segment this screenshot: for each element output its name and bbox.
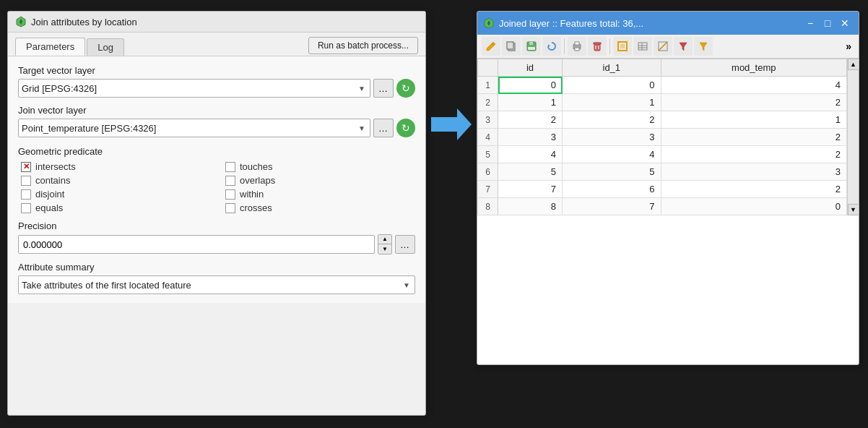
disjoint-checkbox[interactable]: [21, 189, 31, 200]
maximize-button[interactable]: □: [820, 15, 836, 31]
cell-id[interactable]: 5: [498, 163, 563, 181]
right-titlebar: Joined layer :: Features total: 36,... −…: [477, 12, 859, 35]
print-button[interactable]: [568, 37, 586, 56]
svg-rect-6: [529, 42, 533, 45]
delete-button[interactable]: [588, 37, 607, 56]
select-all-button[interactable]: [613, 37, 632, 56]
close-button[interactable]: ✕: [837, 15, 853, 31]
minimize-button[interactable]: −: [802, 15, 818, 31]
joined-layer-dialog: Joined layer :: Features total: 36,... −…: [477, 11, 859, 365]
cell-mod-temp[interactable]: 2: [661, 94, 846, 111]
cell-id[interactable]: 1: [498, 94, 563, 111]
cell-id1[interactable]: 4: [563, 146, 661, 163]
row-number-cell: 8: [478, 198, 498, 215]
table-row: 3221: [478, 111, 847, 129]
cell-mod-temp[interactable]: 4: [661, 77, 846, 94]
predicate-contains[interactable]: contains: [21, 175, 211, 186]
cell-mod-temp[interactable]: 2: [661, 146, 846, 163]
right-dialog-title: Joined layer :: Features total: 36,...: [499, 18, 643, 29]
tab-log[interactable]: Log: [87, 38, 124, 56]
cell-mod-temp[interactable]: 1: [661, 111, 846, 129]
predicate-equals[interactable]: equals: [21, 202, 211, 213]
filter-button[interactable]: [694, 37, 713, 56]
overlaps-checkbox[interactable]: [225, 176, 235, 186]
cell-mod-temp[interactable]: 0: [661, 198, 846, 215]
contains-checkbox[interactable]: [21, 176, 31, 186]
predicate-disjoint[interactable]: disjoint: [21, 189, 211, 200]
zoom-button[interactable]: [654, 37, 672, 56]
predicate-within[interactable]: within: [225, 189, 415, 200]
attribute-summary-row: Take attributes of the first located fea…: [18, 275, 415, 294]
cell-id[interactable]: 3: [498, 129, 563, 146]
more-button[interactable]: »: [843, 40, 854, 52]
scroll-track[interactable]: [848, 70, 859, 204]
table-area: id id_1 mod_temp 10042112322143325442655…: [477, 59, 859, 215]
predicate-crosses[interactable]: crosses: [225, 202, 415, 213]
intersects-checkbox[interactable]: [21, 162, 31, 172]
cell-id1[interactable]: 1: [563, 94, 661, 111]
row-number-cell: 4: [478, 129, 498, 146]
table-row: 8870: [478, 198, 847, 215]
cell-id1[interactable]: 6: [563, 181, 661, 198]
geometric-predicate-label: Geometric predicate: [18, 146, 415, 157]
svg-marker-8: [548, 44, 550, 46]
arrow-head: [457, 108, 472, 140]
cell-mod-temp[interactable]: 2: [661, 129, 846, 146]
predicate-overlaps[interactable]: overlaps: [225, 175, 415, 186]
row-number-cell: 1: [478, 77, 498, 94]
cell-id[interactable]: 4: [498, 146, 563, 163]
cell-mod-temp[interactable]: 2: [661, 181, 846, 198]
contains-label: contains: [35, 175, 70, 186]
precision-browse-button[interactable]: …: [395, 235, 415, 254]
tab-parameters[interactable]: Parameters: [15, 38, 85, 56]
precision-input[interactable]: [18, 235, 375, 254]
svg-rect-11: [575, 48, 579, 51]
precision-row: ▲ ▼ …: [18, 234, 415, 254]
join-layer-browse-button[interactable]: …: [373, 119, 394, 137]
crosses-checkbox[interactable]: [225, 203, 235, 213]
cell-id1[interactable]: 2: [563, 111, 661, 129]
cell-id1[interactable]: 0: [563, 77, 661, 94]
join-layer-dropdown-arrow: ▼: [358, 124, 367, 132]
separator-1: [564, 38, 565, 54]
list-button[interactable]: [633, 37, 652, 56]
target-layer-refresh-button[interactable]: ↻: [396, 79, 415, 98]
crosses-label: crosses: [240, 202, 272, 213]
precision-up-button[interactable]: ▲: [378, 235, 391, 244]
predicate-intersects[interactable]: intersects: [21, 161, 211, 172]
touches-checkbox[interactable]: [225, 162, 235, 172]
cell-id1[interactable]: 5: [563, 163, 661, 181]
copy-button[interactable]: [502, 37, 521, 56]
edit-button[interactable]: [482, 37, 500, 56]
cell-id1[interactable]: 3: [563, 129, 661, 146]
precision-down-button[interactable]: ▼: [378, 244, 391, 254]
target-layer-browse-button[interactable]: …: [373, 79, 394, 98]
refresh-data-button[interactable]: [542, 37, 561, 56]
svg-rect-19: [638, 43, 647, 50]
cell-id[interactable]: 8: [498, 198, 563, 215]
predicate-touches[interactable]: touches: [225, 161, 415, 172]
vertical-scrollbar[interactable]: ▲ ▼: [847, 59, 859, 215]
delete-filter-button[interactable]: [674, 37, 693, 56]
join-layer-refresh-button[interactable]: ↻: [396, 119, 415, 137]
arrow-body: [431, 117, 459, 132]
scroll-up-button[interactable]: ▲: [848, 59, 859, 70]
cell-id[interactable]: 2: [498, 111, 563, 129]
equals-checkbox[interactable]: [21, 203, 31, 213]
qgis-icon-right: [483, 17, 495, 29]
precision-spinner[interactable]: ▲ ▼: [378, 234, 392, 254]
row-number-cell: 7: [478, 181, 498, 198]
join-layer-value: Point_temperature [EPSG:4326]: [22, 123, 358, 134]
predicates-grid: intersects touches contains overlaps dis…: [18, 161, 415, 213]
cell-mod-temp[interactable]: 3: [661, 163, 846, 181]
within-checkbox[interactable]: [225, 189, 235, 200]
cell-id[interactable]: 0: [498, 77, 563, 94]
scroll-down-button[interactable]: ▼: [848, 204, 859, 215]
table-body: 10042112322143325442655377628870: [478, 77, 847, 215]
table-scroll-container: id id_1 mod_temp 10042112322143325442655…: [477, 59, 847, 215]
cell-id[interactable]: 7: [498, 181, 563, 198]
cell-id1[interactable]: 7: [563, 198, 661, 215]
save-button[interactable]: [522, 37, 541, 56]
target-layer-row: Grid [EPSG:4326] ▼ … ↻: [18, 79, 415, 98]
run-batch-button[interactable]: Run as batch process...: [308, 37, 418, 54]
